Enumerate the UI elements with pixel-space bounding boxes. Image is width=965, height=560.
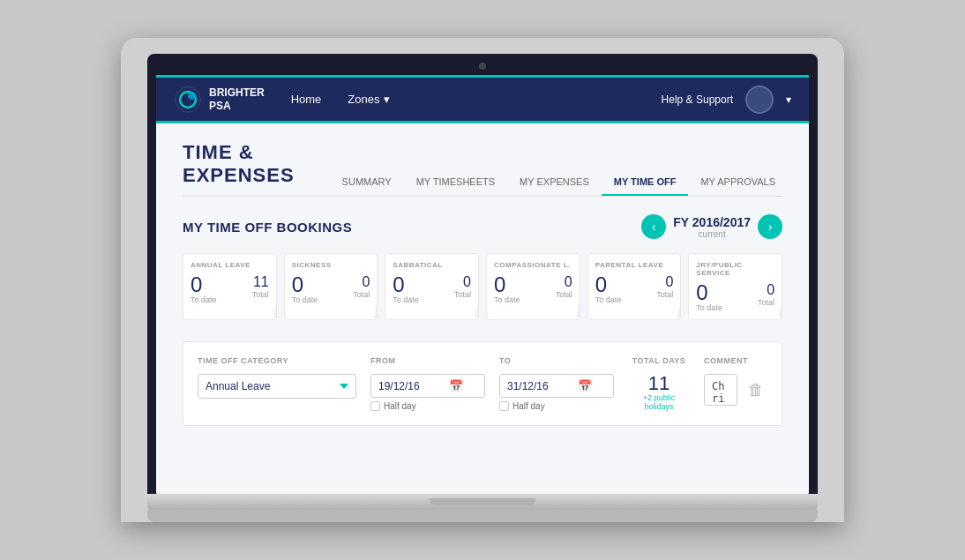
leave-card-4: PARENTAL LEAVE 0 To date 0 Total /	[587, 253, 682, 320]
comment-input[interactable]	[704, 374, 737, 406]
leave-label-1: To date	[292, 295, 318, 304]
to-half-day-row: Half day	[499, 401, 614, 411]
col-comment-label: COMMENT	[704, 356, 767, 365]
leave-total-label-3: Total	[556, 290, 572, 299]
laptop-bottom	[147, 510, 818, 522]
comment-wrap	[704, 374, 737, 409]
help-support-link[interactable]: Help & Support	[662, 93, 733, 106]
leave-card-0: ANNUAL LEAVE 0 To date 11 Total /	[183, 253, 277, 320]
leave-count-4: 0	[595, 274, 622, 295]
chevron-down-icon: ▾	[384, 93, 390, 106]
tabs: SUMMARY MY TIMESHEETS MY EXPENSES MY TIM…	[330, 169, 788, 196]
leave-count-2: 0	[393, 274, 419, 295]
tab-expenses[interactable]: MY EXPENSES	[507, 169, 602, 196]
leave-total-label-2: Total	[454, 290, 471, 299]
logo-icon	[174, 86, 202, 114]
from-date-input-row: 📅	[370, 374, 485, 398]
page-title: TIME & EXPENSES	[183, 141, 295, 196]
leave-card-3: COMPASSIONATE L. 0 To date 0 Total /	[486, 253, 580, 320]
to-date-wrap: 📅 Half day	[499, 374, 614, 411]
leave-count-3: 0	[494, 274, 520, 295]
leave-total-3: 0	[565, 274, 572, 289]
leave-card-1: SICKNESS 0 To date 0 Total /	[284, 253, 378, 320]
to-half-day-checkbox[interactable]	[499, 401, 509, 411]
from-calendar-icon[interactable]: 📅	[449, 379, 463, 392]
leave-count-0: 0	[191, 274, 217, 295]
from-half-day-row: Half day	[370, 401, 485, 411]
section-header: MY TIME OFF BOOKINGS ‹ FY 2016/2017 curr…	[183, 214, 782, 239]
col-from-label: FROM	[370, 356, 485, 365]
nav-zones[interactable]: Zones ▾	[348, 93, 389, 106]
card-watermark-2: /	[475, 280, 479, 320]
leave-total-label-5: Total	[758, 298, 774, 307]
leave-label-2: To date	[393, 295, 419, 304]
col-to-label: TO	[499, 356, 614, 365]
tab-timeoff[interactable]: MY TIME OFF	[602, 169, 689, 196]
leave-card-title-2: SABBATICAL	[393, 261, 471, 269]
logo-text: BRIGHTER PSA	[209, 86, 265, 112]
leave-card-title-3: COMPASSIONATE L.	[494, 261, 572, 269]
fy-nav: ‹ FY 2016/2017 current ›	[641, 214, 782, 239]
leave-card-title-5: JRY/PUBLIC SERVICE	[696, 261, 774, 277]
from-half-day-label: Half day	[384, 401, 416, 411]
fy-prev-button[interactable]: ‹	[641, 214, 666, 239]
from-half-day-checkbox[interactable]	[370, 401, 380, 411]
total-days-sub: +2 public holidays	[628, 393, 690, 411]
leave-total-0: 11	[253, 274, 269, 289]
fy-year: FY 2016/2017	[673, 215, 751, 229]
leave-count-5: 0	[696, 282, 722, 303]
col-total-label: TOTAL DAYS	[628, 356, 690, 365]
category-select[interactable]: Annual LeaveSicknessSabbaticalCompassion…	[198, 374, 356, 399]
page-header: TIME & EXPENSES SUMMARY MY TIMESHEETS MY…	[183, 141, 782, 197]
leave-total-4: 0	[665, 274, 673, 289]
tab-approvals[interactable]: MY APPROVALS	[688, 169, 788, 196]
form-headers: TIME OFF CATEGORY FROM TO TOTAL DAYS COM…	[198, 356, 767, 365]
leave-card-title-4: PARENTAL LEAVE	[595, 261, 674, 269]
user-avatar[interactable]	[745, 86, 774, 114]
section-title: MY TIME OFF BOOKINGS	[183, 220, 352, 235]
leave-total-2: 0	[463, 274, 471, 289]
col-category-label: TIME OFF CATEGORY	[198, 356, 356, 365]
app-header: BRIGHTER PSA Home Zones ▾ He	[156, 78, 809, 123]
card-watermark-5: /	[778, 280, 782, 320]
category-select-wrap: Annual LeaveSicknessSabbaticalCompassion…	[198, 374, 356, 399]
tab-timesheets[interactable]: MY TIMESHEETS	[404, 169, 507, 196]
leave-total-label-1: Total	[353, 290, 370, 299]
leave-total-5: 0	[767, 282, 774, 297]
leave-total-1: 0	[362, 274, 370, 289]
delete-button[interactable]: 🗑	[744, 377, 767, 403]
leave-card-5: JRY/PUBLIC SERVICE 0 To date 0 Total /	[688, 253, 782, 320]
card-watermark-4: /	[677, 280, 681, 320]
leave-label-5: To date	[696, 303, 722, 312]
svg-point-2	[188, 92, 196, 100]
to-calendar-icon[interactable]: 📅	[578, 379, 592, 392]
leave-cards: ANNUAL LEAVE 0 To date 11 Total / SICKNE…	[183, 253, 782, 320]
laptop-base	[147, 494, 818, 510]
total-days-wrap: 11 +2 public holidays	[628, 374, 690, 411]
fy-current: current	[673, 229, 751, 239]
leave-count-1: 0	[292, 274, 318, 295]
leave-card-title-0: ANNUAL LEAVE	[191, 261, 269, 269]
form-row: Annual LeaveSicknessSabbaticalCompassion…	[198, 374, 767, 411]
from-date-input[interactable]	[378, 380, 449, 392]
leave-label-3: To date	[494, 295, 520, 304]
leave-total-label-0: Total	[252, 290, 269, 299]
leave-card-title-1: SICKNESS	[292, 261, 370, 269]
to-date-input-row: 📅	[499, 374, 614, 398]
leave-card-2: SABBATICAL 0 To date 0 Total /	[385, 253, 479, 320]
to-half-day-label: Half day	[512, 401, 545, 411]
logo: BRIGHTER PSA	[174, 86, 265, 114]
card-watermark-1: /	[373, 280, 378, 320]
fy-next-button[interactable]: ›	[758, 214, 782, 239]
user-menu-chevron[interactable]: ▾	[786, 93, 791, 106]
header-left: BRIGHTER PSA Home Zones ▾	[174, 86, 390, 114]
fy-label: FY 2016/2017 current	[673, 215, 751, 239]
app-body: TIME & EXPENSES SUMMARY MY TIMESHEETS MY…	[156, 123, 809, 494]
tab-summary[interactable]: SUMMARY	[330, 169, 404, 196]
to-date-input[interactable]	[507, 380, 578, 392]
laptop-notch	[430, 498, 535, 505]
header-right: Help & Support ▾	[662, 86, 791, 114]
nav-home[interactable]: Home	[291, 93, 322, 106]
card-watermark-3: /	[576, 280, 580, 320]
leave-label-0: To date	[191, 295, 217, 304]
